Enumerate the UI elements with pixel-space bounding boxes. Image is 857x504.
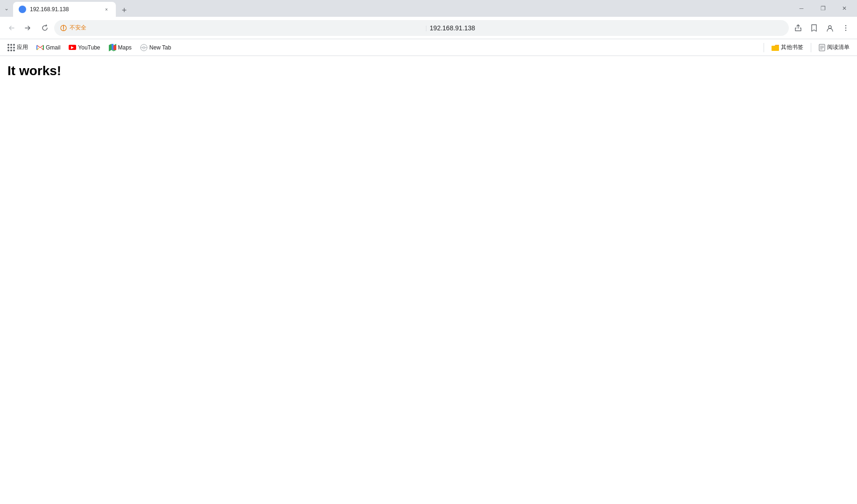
bookmark-newtab[interactable]: New Tab <box>136 42 175 54</box>
bookmark-maps-label: Maps <box>118 44 132 51</box>
nav-right-controls <box>791 21 853 35</box>
svg-point-6 <box>845 29 846 30</box>
bookmark-apps[interactable]: 应用 <box>4 42 32 54</box>
maximize-button[interactable]: ❐ <box>812 0 834 17</box>
address-bar[interactable]: 不安全 | 192.168.91.138 <box>54 20 789 36</box>
security-icon <box>60 25 67 31</box>
tab-strip: 192.168.91.138 × + <box>13 0 791 17</box>
apps-icon <box>7 44 15 51</box>
bookmark-gmail-label: Gmail <box>46 44 60 51</box>
svg-rect-9 <box>113 45 116 50</box>
svg-rect-12 <box>772 46 779 51</box>
newtab-icon <box>140 44 148 51</box>
address-separator: | <box>425 25 427 31</box>
more-button[interactable] <box>838 21 853 35</box>
minimize-button[interactable]: ─ <box>791 0 812 17</box>
svg-point-4 <box>845 25 846 26</box>
other-bookmarks-label: 其他书签 <box>781 43 803 51</box>
close-button[interactable]: ✕ <box>834 0 855 17</box>
back-button[interactable] <box>4 21 19 35</box>
svg-rect-8 <box>112 44 113 50</box>
nav-bar: 不安全 | 192.168.91.138 <box>0 17 857 39</box>
bookmark-youtube[interactable]: YouTube <box>65 42 104 54</box>
security-text: 不安全 <box>70 24 423 32</box>
bookmark-gmail[interactable]: Gmail <box>33 42 64 54</box>
svg-point-5 <box>845 27 846 28</box>
bookmark-newtab-label: New Tab <box>149 44 171 51</box>
active-tab[interactable]: 192.168.91.138 × <box>13 2 116 17</box>
other-bookmarks[interactable]: 其他书签 <box>768 42 807 54</box>
reload-button[interactable] <box>37 21 52 35</box>
address-text: 192.168.91.138 <box>430 24 783 32</box>
svg-point-3 <box>829 26 831 28</box>
svg-rect-7 <box>109 45 112 50</box>
bookmarks-right: 其他书签 阅读清单 <box>762 42 853 54</box>
bookmarks-separator <box>764 43 764 52</box>
tab-title: 192.168.91.138 <box>30 6 99 13</box>
bookmarks-bar: 应用 Gmail YouTube <box>0 39 857 56</box>
bookmark-button[interactable] <box>807 21 822 35</box>
maps-icon <box>109 44 116 51</box>
reading-list-label: 阅读清单 <box>827 43 850 51</box>
title-bar: ⌄ 192.168.91.138 × + ─ ❐ ✕ <box>0 0 857 17</box>
gmail-icon <box>36 44 44 51</box>
tab-favicon <box>19 6 26 13</box>
bookmarks-separator2 <box>811 43 811 52</box>
tab-list-button[interactable]: ⌄ <box>0 2 13 15</box>
reading-list[interactable]: 阅读清单 <box>815 42 853 54</box>
window-controls: ─ ❐ ✕ <box>791 0 857 17</box>
tab-close-button[interactable]: × <box>103 6 110 13</box>
bookmark-apps-label: 应用 <box>17 43 28 51</box>
youtube-icon <box>69 44 76 51</box>
new-tab-button[interactable]: + <box>118 4 131 17</box>
bookmark-maps[interactable]: Maps <box>105 42 135 54</box>
share-button[interactable] <box>791 21 806 35</box>
bookmark-youtube-label: YouTube <box>78 44 100 51</box>
forward-button[interactable] <box>21 21 35 35</box>
page-content: It works! <box>0 56 857 504</box>
page-heading: It works! <box>7 63 850 78</box>
profile-button[interactable] <box>822 21 837 35</box>
